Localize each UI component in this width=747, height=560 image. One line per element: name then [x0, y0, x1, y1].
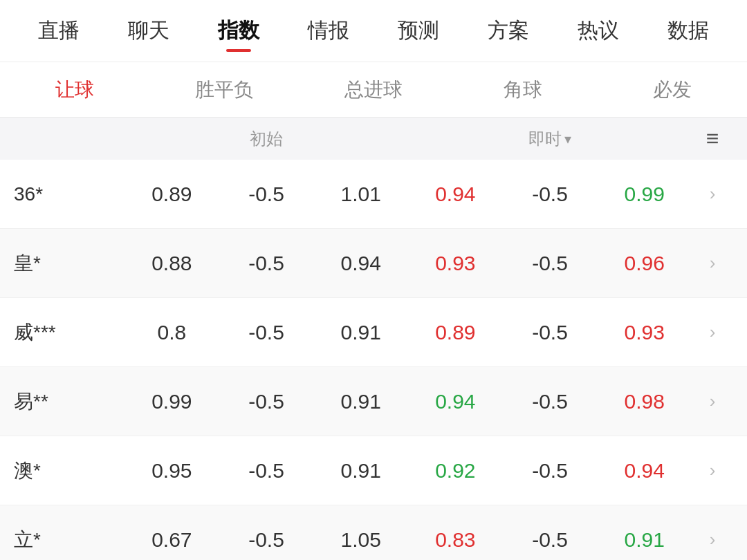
tab-bifa[interactable]: 必发 — [598, 70, 747, 110]
cell-rt-spread: -0.5 — [503, 252, 598, 275]
cell-bookmaker-name: 36* — [14, 183, 124, 205]
table-row: 澳* 0.95 -0.5 0.91 0.92 -0.5 0.94 › — [0, 436, 747, 505]
tab-corners[interactable]: 角球 — [448, 70, 598, 110]
row-detail-arrow[interactable]: › — [692, 252, 733, 274]
cell-rt-spread: -0.5 — [503, 390, 598, 413]
nav-item-live[interactable]: 直播 — [14, 3, 104, 59]
cell-rt-win: 0.94 — [408, 183, 503, 206]
cell-rt-win: 0.89 — [408, 321, 503, 344]
cell-init-lose: 0.91 — [313, 459, 408, 483]
cell-rt-spread: -0.5 — [503, 528, 598, 552]
cell-init-win: 0.95 — [124, 459, 219, 483]
nav-item-index[interactable]: 指数 — [194, 3, 284, 59]
cell-rt-win: 0.83 — [408, 528, 503, 552]
cell-init-win: 0.89 — [124, 183, 219, 206]
cell-init-lose: 0.91 — [313, 321, 408, 344]
realtime-dropdown-icon[interactable]: ▾ — [564, 131, 571, 147]
cell-rt-lose: 0.94 — [597, 459, 692, 483]
table-row: 易** 0.99 -0.5 0.91 0.94 -0.5 0.98 › — [0, 367, 747, 436]
cell-init-lose: 1.01 — [313, 183, 408, 206]
table-row: 36* 0.89 -0.5 1.01 0.94 -0.5 0.99 › — [0, 160, 747, 229]
cell-rt-lose: 0.98 — [597, 390, 692, 413]
table-row: 皇* 0.88 -0.5 0.94 0.93 -0.5 0.96 › — [0, 229, 747, 298]
tab-handicap[interactable]: 让球 — [0, 70, 149, 110]
nav-item-intel[interactable]: 情报 — [284, 3, 374, 59]
cell-rt-lose: 0.93 — [597, 321, 692, 344]
column-headers: 初始 即时 ▾ ≡ — [0, 118, 747, 160]
cell-init-lose: 0.94 — [313, 252, 408, 275]
cell-bookmaker-name: 皇* — [14, 250, 124, 277]
header-menu[interactable]: ≡ — [692, 127, 733, 150]
cell-init-lose: 1.05 — [313, 528, 408, 552]
cell-init-spread: -0.5 — [219, 321, 314, 344]
header-realtime: 即时 — [528, 128, 562, 150]
cell-init-win: 0.88 — [124, 252, 219, 275]
row-detail-arrow[interactable]: › — [692, 460, 733, 481]
cell-init-spread: -0.5 — [219, 252, 314, 275]
cell-rt-lose: 0.96 — [597, 252, 692, 275]
nav-item-plan[interactable]: 方案 — [463, 3, 553, 59]
cell-init-spread: -0.5 — [219, 390, 314, 413]
nav-item-discuss[interactable]: 热议 — [553, 3, 643, 59]
nav-item-data[interactable]: 数据 — [643, 3, 733, 59]
cell-rt-win: 0.92 — [408, 459, 503, 483]
odds-table: 36* 0.89 -0.5 1.01 0.94 -0.5 0.99 › 皇* 0… — [0, 160, 747, 560]
cell-init-win: 0.8 — [124, 321, 219, 344]
cell-init-win: 0.67 — [124, 528, 219, 552]
cell-init-lose: 0.91 — [313, 390, 408, 413]
nav-item-predict[interactable]: 预测 — [374, 3, 463, 59]
cell-bookmaker-name: 澳* — [14, 458, 124, 484]
row-detail-arrow[interactable]: › — [692, 183, 733, 205]
cell-init-spread: -0.5 — [219, 459, 314, 483]
top-nav: 直播 聊天 指数 情报 预测 方案 热议 数据 — [0, 0, 747, 62]
row-detail-arrow[interactable]: › — [692, 321, 733, 343]
cell-rt-lose: 0.99 — [597, 183, 692, 206]
cell-rt-lose: 0.91 — [597, 528, 692, 552]
cell-rt-spread: -0.5 — [503, 321, 598, 344]
header-init: 初始 — [250, 128, 283, 150]
cell-bookmaker-name: 立* — [14, 527, 124, 553]
cell-init-spread: -0.5 — [219, 183, 314, 206]
cell-rt-spread: -0.5 — [503, 459, 598, 483]
tab-result[interactable]: 胜平负 — [149, 70, 299, 110]
cell-rt-spread: -0.5 — [503, 183, 598, 206]
row-detail-arrow[interactable]: › — [692, 391, 733, 412]
menu-icon[interactable]: ≡ — [706, 126, 719, 151]
table-row: 威*** 0.8 -0.5 0.91 0.89 -0.5 0.93 › — [0, 298, 747, 367]
tab-goals[interactable]: 总进球 — [299, 70, 448, 110]
table-row: 立* 0.67 -0.5 1.05 0.83 -0.5 0.91 › — [0, 505, 747, 560]
cell-bookmaker-name: 威*** — [14, 319, 124, 346]
cell-bookmaker-name: 易** — [14, 389, 124, 415]
nav-item-chat[interactable]: 聊天 — [104, 3, 194, 59]
cell-rt-win: 0.93 — [408, 252, 503, 275]
cell-init-spread: -0.5 — [219, 528, 314, 552]
row-detail-arrow[interactable]: › — [692, 529, 733, 550]
cell-init-win: 0.99 — [124, 390, 219, 413]
sub-tabs: 让球 胜平负 总进球 角球 必发 — [0, 62, 747, 118]
cell-rt-win: 0.94 — [408, 390, 503, 413]
